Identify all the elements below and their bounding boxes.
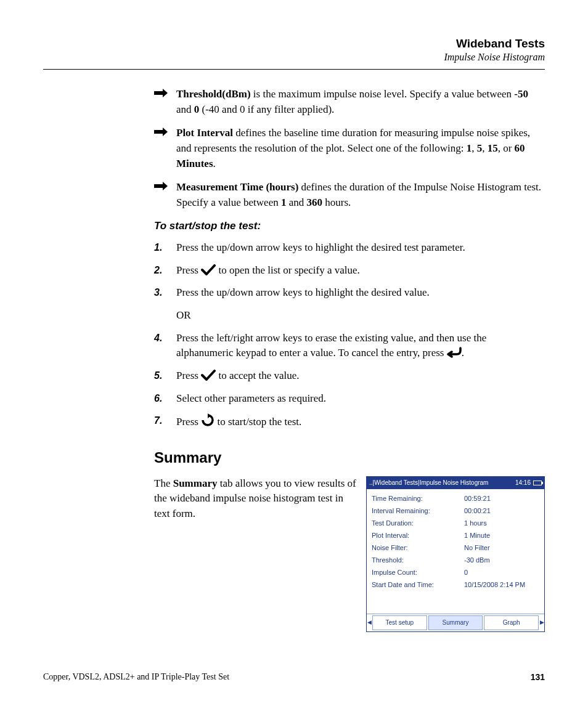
step-text: Press the up/down arrow keys to highligh…	[176, 286, 430, 298]
bullet-text: hours.	[322, 197, 351, 208]
device-key: Start Date and Time:	[372, 580, 464, 590]
device-clock: 14:16	[515, 479, 531, 488]
step-text: .	[462, 347, 464, 359]
refresh-icon	[201, 413, 214, 427]
device-val: 1 hours	[464, 519, 539, 529]
bullet-text: and	[176, 103, 194, 115]
page-header: Wideband Tests Impulse Noise Histogram	[43, 37, 545, 63]
bullet-value: -50	[514, 88, 528, 100]
para-text: The	[154, 477, 173, 489]
arrow-right-icon	[154, 128, 168, 136]
bullet-text: is the maximum impulse noise level. Spec…	[251, 88, 515, 100]
bullet-value: 1	[467, 142, 472, 154]
footer-left: Copper, VDSL2, ADSL2+ and IP Triple-Play…	[43, 672, 229, 682]
section-heading-summary: Summary	[154, 447, 545, 469]
device-val: 00:59:21	[464, 494, 539, 504]
device-row: Test Duration:1 hours	[372, 517, 539, 530]
device-tab-summary[interactable]: Summary	[428, 615, 483, 631]
arrow-right-icon	[154, 182, 168, 190]
step-text: Press the left/right arrow keys to erase…	[176, 332, 486, 359]
device-row: Time Remaining:00:59:21	[372, 493, 539, 505]
device-key: Interval Remaining:	[372, 506, 464, 516]
device-key: Plot Interval:	[372, 531, 464, 541]
bullet-value: 5	[477, 142, 483, 154]
device-val: 0	[464, 568, 539, 578]
check-icon	[201, 264, 216, 275]
device-tab-graph[interactable]: Graph	[484, 615, 539, 631]
bullet-plot-interval: Plot Interval defines the baseline time …	[154, 126, 545, 171]
arrow-right-icon	[154, 89, 168, 97]
device-key: Noise Filter:	[372, 543, 464, 553]
device-key: Impulse Count:	[372, 568, 464, 578]
step-text: Press	[176, 264, 201, 276]
device-row: Noise Filter:No Filter	[372, 542, 539, 554]
bullet-lead: Threshold(dBm)	[176, 88, 251, 100]
step-5: Press to accept the value.	[154, 368, 545, 384]
device-screenshot: ..|Wideband Tests|Impulse Noise Histogra…	[366, 476, 545, 633]
device-body: Time Remaining:00:59:21 Interval Remaini…	[367, 489, 544, 614]
summary-paragraph: The Summary tab allows you to view resul…	[154, 476, 356, 522]
bullet-text: ,	[482, 142, 488, 154]
device-tabs: ◀ Test setup Summary Graph ▶	[367, 614, 544, 632]
device-key: Threshold:	[372, 556, 464, 566]
step-text: Press	[176, 370, 201, 381]
device-val: No Filter	[464, 543, 539, 553]
page-footer: Copper, VDSL2, ADSL2+ and IP Triple-Play…	[43, 672, 545, 682]
steps-heading: To start/stop the test:	[154, 219, 545, 234]
bullet-threshold: Threshold(dBm) is the maximum impulse no…	[154, 87, 545, 117]
step-text: Press the up/down arrow keys to highligh…	[176, 241, 465, 253]
step-4: Press the left/right arrow keys to erase…	[154, 331, 545, 361]
device-row: Threshold:-30 dBm	[372, 554, 539, 567]
step-text: to open the list or specify a value.	[216, 264, 360, 276]
device-tab-setup[interactable]: Test setup	[372, 615, 427, 631]
back-arrow-icon	[447, 347, 462, 358]
step-1: Press the up/down arrow keys to highligh…	[154, 240, 545, 256]
bullet-lead: Measurement Time (hours)	[176, 181, 298, 193]
bullet-measurement-time: Measurement Time (hours) defines the dur…	[154, 180, 545, 210]
device-row: Plot Interval:1 Minute	[372, 530, 539, 542]
device-val: 1 Minute	[464, 531, 539, 541]
header-subtitle: Impulse Noise Histogram	[43, 52, 545, 63]
caret-right-icon: ▶	[539, 614, 544, 632]
device-row: Start Date and Time:10/15/2008 2:14 PM	[372, 579, 539, 591]
device-val: 10/15/2008 2:14 PM	[464, 580, 539, 590]
footer-page-number: 131	[531, 672, 545, 682]
device-key: Test Duration:	[372, 519, 464, 529]
header-title: Wideband Tests	[43, 37, 545, 51]
step-3: Press the up/down arrow keys to highligh…	[154, 285, 545, 323]
bullet-text: (-40 and 0 if any filter applied).	[199, 103, 334, 115]
step-text: to start/stop the test.	[214, 416, 301, 428]
step-2: Press to open the list or specify a valu…	[154, 263, 545, 278]
bullet-text: , or	[498, 142, 515, 154]
step-text: to accept the value.	[216, 370, 299, 381]
caret-left-icon: ◀	[367, 614, 372, 632]
device-val: 00:00:21	[464, 506, 539, 516]
para-bold: Summary	[173, 477, 218, 489]
device-titlebar: ..|Wideband Tests|Impulse Noise Histogra…	[367, 477, 544, 490]
bullet-lead: Plot Interval	[176, 127, 233, 139]
header-rule	[43, 69, 545, 70]
bullet-text: .	[213, 158, 216, 169]
step-or: OR	[176, 308, 545, 323]
bullet-text: and	[286, 197, 306, 208]
device-val: -30 dBm	[464, 556, 539, 566]
device-row: Impulse Count:0	[372, 567, 539, 579]
step-text: Select other parameters as required.	[176, 392, 326, 404]
bullet-value: 15	[488, 142, 498, 154]
battery-icon	[533, 481, 542, 485]
check-icon	[201, 370, 216, 381]
bullet-text: ,	[472, 142, 477, 154]
device-key: Time Remaining:	[372, 494, 464, 504]
step-7: Press to start/stop the test.	[154, 413, 545, 430]
step-text: Press	[176, 416, 201, 428]
steps-list: Press the up/down arrow keys to highligh…	[154, 240, 545, 430]
device-row: Interval Remaining:00:00:21	[372, 505, 539, 517]
bullet-value: 360	[306, 197, 322, 208]
device-title-path: ..|Wideband Tests|Impulse Noise Histogra…	[369, 479, 488, 488]
step-6: Select other parameters as required.	[154, 391, 545, 407]
